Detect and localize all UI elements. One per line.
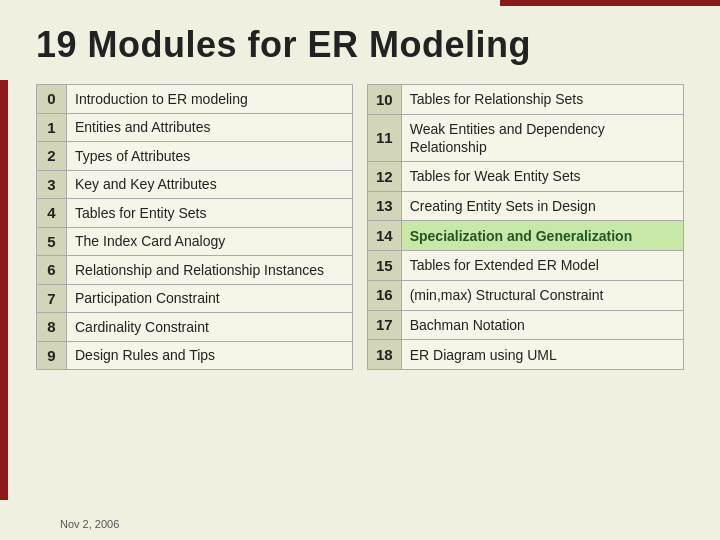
module-number: 14 [368, 221, 402, 251]
list-item: 16(min,max) Structural Constraint [368, 280, 684, 310]
module-number: 17 [368, 310, 402, 340]
module-number: 18 [368, 340, 402, 370]
module-number: 10 [368, 85, 402, 115]
list-item: 12Tables for Weak Entity Sets [368, 162, 684, 192]
left-module-table: 0Introduction to ER modeling1Entities an… [36, 84, 353, 370]
module-number: 0 [37, 85, 67, 114]
module-number: 5 [37, 227, 67, 256]
module-label: Participation Constraint [67, 284, 353, 313]
module-number: 16 [368, 280, 402, 310]
list-item: 6Relationship and Relationship Instances [37, 256, 353, 285]
left-accent-bar [0, 80, 8, 500]
module-number: 4 [37, 199, 67, 228]
list-item: 0Introduction to ER modeling [37, 85, 353, 114]
module-label: ER Diagram using UML [401, 340, 683, 370]
module-number: 8 [37, 313, 67, 342]
module-number: 1 [37, 113, 67, 142]
list-item: 15Tables for Extended ER Model [368, 251, 684, 281]
module-number: 7 [37, 284, 67, 313]
module-number: 12 [368, 162, 402, 192]
module-label: Tables for Relationship Sets [401, 85, 683, 115]
module-label: Key and Key Attributes [67, 170, 353, 199]
module-number: 13 [368, 191, 402, 221]
module-label: Specialization and Generalization [401, 221, 683, 251]
top-accent-bar [500, 0, 720, 6]
slide-title: 19 Modules for ER Modeling [36, 24, 684, 66]
module-label: Tables for Entity Sets [67, 199, 353, 228]
modules-container: 0Introduction to ER modeling1Entities an… [36, 84, 684, 370]
list-item: 1Entities and Attributes [37, 113, 353, 142]
module-label: (min,max) Structural Constraint [401, 280, 683, 310]
list-item: 9Design Rules and Tips [37, 341, 353, 370]
module-number: 15 [368, 251, 402, 281]
footer-date: Nov 2, 2006 [60, 518, 119, 530]
module-label: Tables for Extended ER Model [401, 251, 683, 281]
module-label: Creating Entity Sets in Design [401, 191, 683, 221]
module-number: 9 [37, 341, 67, 370]
module-label: Introduction to ER modeling [67, 85, 353, 114]
list-item: 11Weak Entities and Dependency Relations… [368, 114, 684, 161]
module-number: 3 [37, 170, 67, 199]
list-item: 5The Index Card Analogy [37, 227, 353, 256]
list-item: 2Types of Attributes [37, 142, 353, 171]
list-item: 3Key and Key Attributes [37, 170, 353, 199]
module-label: Types of Attributes [67, 142, 353, 171]
module-number: 11 [368, 114, 402, 161]
module-label: Design Rules and Tips [67, 341, 353, 370]
module-label: Bachman Notation [401, 310, 683, 340]
list-item: 7Participation Constraint [37, 284, 353, 313]
list-item: 8Cardinality Constraint [37, 313, 353, 342]
list-item: 4Tables for Entity Sets [37, 199, 353, 228]
list-item: 13Creating Entity Sets in Design [368, 191, 684, 221]
right-module-table: 10Tables for Relationship Sets11Weak Ent… [367, 84, 684, 370]
module-label: Entities and Attributes [67, 113, 353, 142]
module-label: The Index Card Analogy [67, 227, 353, 256]
module-label: Weak Entities and Dependency Relationshi… [401, 114, 683, 161]
list-item: 18ER Diagram using UML [368, 340, 684, 370]
list-item: 17Bachman Notation [368, 310, 684, 340]
module-label: Cardinality Constraint [67, 313, 353, 342]
module-label: Tables for Weak Entity Sets [401, 162, 683, 192]
module-number: 6 [37, 256, 67, 285]
list-item: 14Specialization and Generalization [368, 221, 684, 251]
slide: 19 Modules for ER Modeling 0Introduction… [0, 0, 720, 540]
module-number: 2 [37, 142, 67, 171]
list-item: 10Tables for Relationship Sets [368, 85, 684, 115]
module-label: Relationship and Relationship Instances [67, 256, 353, 285]
